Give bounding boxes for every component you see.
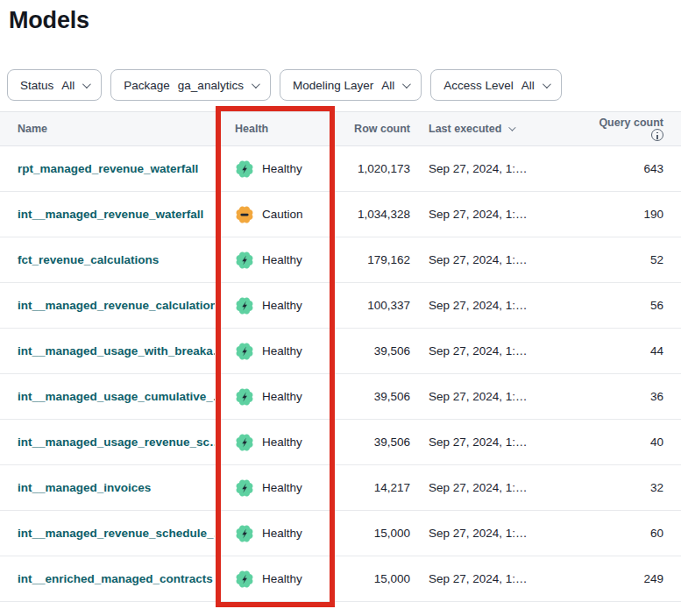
query-count-cell: 40 (588, 435, 681, 449)
health-label: Healthy (262, 527, 302, 540)
filter-package[interactable]: Package ga_analytics (110, 69, 271, 101)
health-label: Healthy (262, 481, 302, 494)
table-row: int__managed_revenue_calculations Health… (0, 283, 681, 329)
health-status-icon (235, 433, 254, 452)
table-row: int__managed_usage_cumulative_… Healthy … (0, 374, 681, 420)
filter-modeling-layer[interactable]: Modeling Layer All (280, 69, 422, 101)
health-status-icon (235, 159, 254, 179)
query-count-cell: 52 (588, 253, 681, 266)
last-executed-cell: Sep 27, 2024, 1:… (410, 162, 588, 175)
table-row: fct_revenue_calculations Healthy 179,162… (0, 237, 681, 283)
model-name-link[interactable]: int__managed_invoices (18, 481, 151, 494)
health-label: Healthy (262, 572, 302, 585)
filter-access-level-value: All (521, 79, 535, 92)
health-label: Healthy (262, 253, 302, 266)
health-label: Healthy (262, 390, 302, 403)
column-header-query-count-label: Query count (599, 117, 663, 129)
model-name-link[interactable]: int__managed_revenue_schedule_… (18, 527, 215, 540)
table-row: int__managed_revenue_schedule_… Healthy … (0, 511, 681, 556)
table-body: rpt_managed_revenue_waterfall Healthy 1,… (0, 146, 681, 602)
last-executed-cell: Sep 27, 2024, 1:… (410, 299, 588, 312)
health-label: Healthy (262, 435, 302, 449)
row-count-cell: 179,162 (336, 253, 410, 266)
health-label: Healthy (262, 162, 302, 175)
table-row: int__managed_invoices Healthy 14,217 Sep… (0, 465, 681, 511)
filter-access-level[interactable]: Access Level All (430, 69, 562, 101)
model-name-link[interactable]: int__managed_usage_with_breaka… (18, 344, 215, 358)
model-name-link[interactable]: int__managed_revenue_waterfall (18, 208, 203, 221)
column-header-last-executed-label: Last executed (429, 123, 501, 135)
filter-bar: Status All Package ga_analytics Modeling… (7, 69, 681, 101)
row-count-cell: 14,217 (336, 481, 410, 494)
health-status-icon (235, 251, 254, 270)
model-name-link[interactable]: int__enriched_managed_contracts (18, 572, 213, 585)
health-status-icon (235, 478, 254, 498)
last-executed-cell: Sep 27, 2024, 1:… (410, 344, 588, 358)
health-label: Caution (262, 208, 303, 221)
filter-modeling-layer-label: Modeling Layer (293, 79, 373, 92)
health-status-icon (235, 524, 254, 543)
table-header-row: Name Health Row count Last executed Quer… (0, 111, 681, 146)
filter-status[interactable]: Status All (7, 69, 102, 101)
query-count-cell: 56 (588, 299, 681, 312)
last-executed-cell: Sep 27, 2024, 1:… (410, 390, 588, 403)
chevron-down-icon (252, 80, 260, 89)
models-table: Name Health Row count Last executed Quer… (0, 111, 681, 602)
query-count-cell: 36 (588, 390, 681, 403)
health-status-icon (235, 342, 254, 361)
query-count-cell: 32 (588, 481, 681, 494)
column-header-name: Name (0, 123, 215, 135)
model-name-link[interactable]: int__managed_usage_revenue_sc… (18, 435, 215, 449)
query-count-cell: 60 (588, 527, 681, 540)
filter-status-label: Status (20, 79, 53, 92)
row-count-cell: 100,337 (336, 299, 410, 312)
column-header-query-count: Query count (588, 117, 681, 141)
last-executed-cell: Sep 27, 2024, 1:… (410, 253, 588, 266)
column-header-last-executed[interactable]: Last executed (410, 123, 588, 135)
row-count-cell: 39,506 (336, 390, 410, 403)
row-count-cell: 39,506 (336, 344, 410, 358)
health-status-icon (235, 570, 254, 589)
model-name-link[interactable]: int__managed_usage_cumulative_… (18, 390, 215, 403)
filter-access-level-label: Access Level (443, 79, 514, 92)
filter-package-value: ga_analytics (178, 79, 244, 92)
health-status-icon (235, 387, 254, 407)
table-row: int__managed_usage_revenue_sc… Healthy 3… (0, 420, 681, 465)
row-count-cell: 15,000 (336, 527, 410, 540)
model-name-link[interactable]: fct_revenue_calculations (18, 253, 159, 266)
model-name-link[interactable]: rpt_managed_revenue_waterfall (18, 162, 198, 175)
query-count-cell: 190 (588, 208, 681, 221)
last-executed-cell: Sep 27, 2024, 1:… (410, 481, 588, 494)
column-header-row-count: Row count (336, 123, 410, 135)
row-count-cell: 15,000 (336, 572, 410, 585)
chevron-down-icon (543, 80, 551, 89)
table-row: int__enriched_managed_contracts Healthy … (0, 556, 681, 602)
column-header-health: Health (215, 123, 336, 135)
filter-package-label: Package (124, 79, 170, 92)
filter-status-value: All (61, 79, 74, 92)
table-row: rpt_managed_revenue_waterfall Healthy 1,… (0, 146, 681, 192)
table-row: int__managed_usage_with_breaka… Healthy … (0, 329, 681, 374)
row-count-cell: 1,020,173 (336, 162, 410, 175)
table-row: int__managed_revenue_waterfall Caution 1… (0, 192, 681, 237)
last-executed-cell: Sep 27, 2024, 1:… (410, 208, 588, 221)
chevron-down-icon (402, 80, 411, 89)
health-status-icon (235, 205, 254, 224)
row-count-cell: 39,506 (336, 435, 410, 449)
filter-modeling-layer-value: All (381, 79, 394, 92)
chevron-down-icon (82, 80, 91, 89)
health-status-icon (235, 296, 254, 315)
model-name-link[interactable]: int__managed_revenue_calculations (18, 299, 215, 312)
query-count-cell: 249 (588, 572, 681, 585)
last-executed-cell: Sep 27, 2024, 1:… (410, 527, 588, 540)
info-icon[interactable] (651, 129, 663, 141)
query-count-cell: 643 (588, 162, 681, 175)
page-title: Models (9, 7, 681, 34)
health-label: Healthy (262, 344, 302, 358)
health-label: Healthy (262, 299, 302, 312)
row-count-cell: 1,034,328 (336, 208, 410, 221)
sort-chevron-icon (509, 124, 516, 131)
query-count-cell: 44 (588, 344, 681, 358)
last-executed-cell: Sep 27, 2024, 1:… (410, 435, 588, 449)
last-executed-cell: Sep 27, 2024, 1:… (410, 572, 588, 585)
